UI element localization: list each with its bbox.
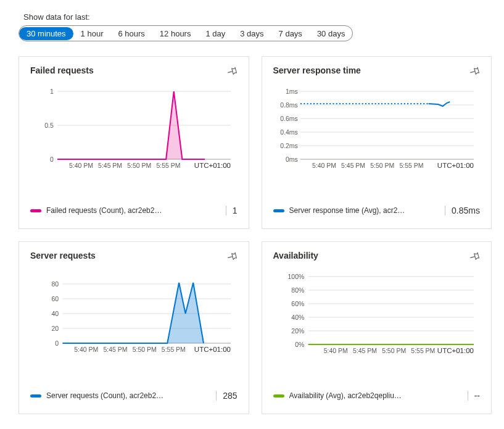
tile-availability: Availability 100% 80% 60% 40% 20% 0% [262, 241, 492, 414]
legend: Availability (Avg), acr2eb2qepliu… -- [273, 391, 481, 401]
svg-text:0.5: 0.5 [44, 122, 54, 129]
svg-text:0.6ms: 0.6ms [280, 115, 298, 122]
svg-text:5:50 PM: 5:50 PM [382, 348, 406, 354]
svg-text:5:45 PM: 5:45 PM [98, 162, 122, 169]
legend: Server requests (Count), acr2eb2… 285 [30, 391, 238, 401]
tile-failed-requests: Failed requests 1 0.5 0 [19, 56, 249, 229]
legend-swatch [30, 209, 41, 212]
tile-server-response-time: Server response time 1ms 0.8ms 0.6ms 0.4… [262, 56, 492, 229]
svg-text:5:40 PM: 5:40 PM [69, 162, 93, 169]
svg-text:5:50 PM: 5:50 PM [127, 162, 151, 169]
time-pill-1h[interactable]: 1 hour [73, 27, 111, 40]
svg-text:5:40 PM: 5:40 PM [74, 346, 98, 353]
svg-text:20: 20 [51, 325, 59, 332]
chart-server-response-time[interactable]: 1ms 0.8ms 0.6ms 0.4ms 0.2ms 0ms 5:40 PM … [273, 85, 481, 192]
legend: Failed requests (Count), acr2eb2… 1 [30, 206, 238, 215]
svg-text:0: 0 [50, 156, 54, 163]
pin-icon [469, 69, 480, 78]
svg-text:0ms: 0ms [286, 156, 298, 163]
svg-text:5:45 PM: 5:45 PM [103, 346, 127, 353]
tile-server-requests: Server requests 80 60 40 20 0 [19, 241, 249, 414]
svg-text:100%: 100% [287, 273, 304, 280]
svg-text:5:40 PM: 5:40 PM [323, 348, 347, 354]
svg-text:1: 1 [50, 88, 54, 95]
dashboard: Show data for last: 30 minutes 1 hour 6 … [0, 0, 504, 429]
legend-label: Server response time (Avg), acr2… [289, 206, 440, 215]
time-filter-label: Show data for last: [23, 12, 492, 22]
pin-icon [226, 254, 238, 264]
svg-text:0.8ms: 0.8ms [280, 102, 298, 109]
svg-text:5:40 PM: 5:40 PM [312, 162, 336, 169]
svg-text:60%: 60% [291, 301, 304, 307]
time-pill-1d[interactable]: 1 day [198, 27, 233, 40]
svg-text:80: 80 [51, 281, 59, 288]
svg-text:80%: 80% [291, 287, 304, 294]
svg-text:5:55 PM: 5:55 PM [162, 346, 186, 353]
tile-title: Server response time [273, 65, 361, 75]
svg-text:5:55 PM: 5:55 PM [411, 348, 435, 354]
legend-value: 285 [216, 391, 237, 401]
svg-text:5:55 PM: 5:55 PM [156, 162, 180, 169]
chart-availability[interactable]: 100% 80% 60% 40% 20% 0% 5:40 PM 5:45 PM … [273, 270, 481, 377]
svg-text:5:50 PM: 5:50 PM [370, 162, 394, 169]
tile-title: Server requests [30, 251, 96, 260]
svg-text:60: 60 [51, 296, 59, 302]
legend-swatch [273, 209, 284, 212]
legend: Server response time (Avg), acr2… 0.85ms [273, 206, 481, 215]
legend-label: Server requests (Count), acr2eb2… [46, 391, 211, 400]
legend-swatch [30, 394, 41, 398]
svg-text:5:45 PM: 5:45 PM [352, 348, 376, 354]
time-pill-30d[interactable]: 30 days [310, 27, 353, 40]
svg-text:UTC+01:00: UTC+01:00 [194, 162, 231, 169]
time-pill-7d[interactable]: 7 days [271, 27, 310, 40]
legend-value: 0.85ms [445, 206, 480, 215]
svg-text:5:55 PM: 5:55 PM [399, 162, 423, 169]
chart-server-requests[interactable]: 80 60 40 20 0 5:40 PM 5:45 PM 5:50 PM 5:… [30, 270, 238, 377]
svg-text:0%: 0% [295, 341, 304, 348]
svg-text:0.2ms: 0.2ms [280, 143, 298, 149]
time-pill-6h[interactable]: 6 hours [110, 27, 152, 40]
legend-label: Availability (Avg), acr2eb2qepliu… [289, 391, 463, 400]
legend-value: -- [468, 391, 480, 401]
time-pill-3d[interactable]: 3 days [233, 27, 271, 40]
svg-text:40%: 40% [291, 314, 304, 321]
tile-grid: Failed requests 1 0.5 0 [19, 56, 492, 414]
time-filter: 30 minutes 1 hour 6 hours 12 hours 1 day… [19, 25, 353, 41]
chart-failed-requests[interactable]: 1 0.5 0 5:40 PM 5:45 PM 5:50 PM 5:55 PM … [30, 85, 238, 192]
svg-text:UTC+01:00: UTC+01:00 [437, 162, 473, 169]
tile-title: Availability [273, 251, 318, 260]
time-pill-30m[interactable]: 30 minutes [19, 27, 73, 40]
pin-button[interactable] [226, 251, 238, 262]
tile-title: Failed requests [30, 65, 94, 75]
svg-text:UTC+01:00: UTC+01:00 [437, 347, 473, 354]
legend-swatch [273, 394, 284, 398]
legend-label: Failed requests (Count), acr2eb2… [46, 206, 221, 215]
pin-button[interactable] [469, 251, 480, 262]
pin-button[interactable] [226, 65, 238, 77]
svg-text:5:45 PM: 5:45 PM [341, 162, 365, 169]
legend-value: 1 [226, 206, 238, 215]
svg-text:1ms: 1ms [286, 88, 298, 95]
pin-icon [226, 69, 238, 78]
svg-text:40: 40 [51, 310, 59, 317]
svg-text:5:50 PM: 5:50 PM [133, 346, 157, 353]
pin-button[interactable] [469, 65, 480, 77]
svg-text:0.4ms: 0.4ms [280, 129, 298, 136]
time-pill-12h[interactable]: 12 hours [152, 27, 199, 40]
svg-text:UTC+01:00: UTC+01:00 [194, 346, 231, 353]
svg-text:20%: 20% [291, 328, 304, 335]
pin-icon [469, 254, 480, 264]
svg-text:0: 0 [55, 340, 59, 347]
